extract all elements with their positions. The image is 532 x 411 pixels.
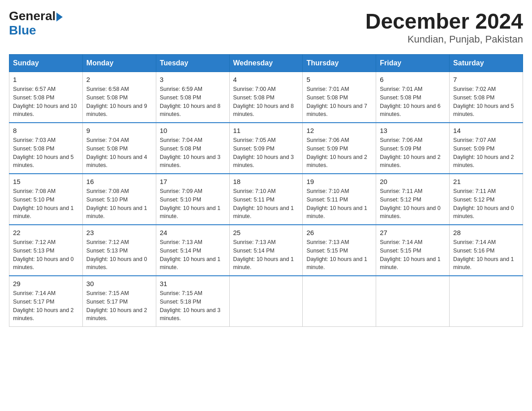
calendar-cell: 30 Sunrise: 7:15 AM Sunset: 5:17 PM Dayl…: [82, 276, 156, 327]
day-info: Sunrise: 7:14 AM Sunset: 5:17 PM Dayligh…: [13, 289, 79, 323]
day-info: Sunrise: 7:03 AM Sunset: 5:08 PM Dayligh…: [13, 136, 79, 170]
day-number: 23: [86, 229, 152, 236]
calendar-cell: 7 Sunrise: 7:02 AM Sunset: 5:08 PM Dayli…: [450, 72, 523, 123]
day-number: 3: [160, 76, 226, 83]
day-header-row: SundayMondayTuesdayWednesdayThursdayFrid…: [9, 55, 523, 72]
day-number: 13: [380, 127, 446, 134]
day-number: 2: [86, 76, 152, 83]
calendar-week-row: 15 Sunrise: 7:08 AM Sunset: 5:10 PM Dayl…: [9, 174, 523, 225]
day-number: 26: [306, 229, 372, 236]
day-number: 21: [453, 178, 519, 185]
logo-blue: Blue: [9, 23, 63, 38]
calendar-cell: 16 Sunrise: 7:08 AM Sunset: 5:10 PM Dayl…: [82, 174, 156, 225]
calendar-cell: 18 Sunrise: 7:10 AM Sunset: 5:11 PM Dayl…: [229, 174, 303, 225]
day-info: Sunrise: 7:12 AM Sunset: 5:13 PM Dayligh…: [86, 238, 152, 272]
day-number: 20: [380, 178, 446, 185]
calendar-cell: 17 Sunrise: 7:09 AM Sunset: 5:10 PM Dayl…: [156, 174, 229, 225]
calendar-cell: [376, 276, 450, 327]
day-number: 14: [453, 127, 519, 134]
day-info: Sunrise: 7:04 AM Sunset: 5:08 PM Dayligh…: [160, 136, 226, 170]
day-number: 12: [306, 127, 372, 134]
calendar-cell: 24 Sunrise: 7:13 AM Sunset: 5:14 PM Dayl…: [156, 225, 229, 276]
calendar-cell: 26 Sunrise: 7:13 AM Sunset: 5:15 PM Dayl…: [303, 225, 376, 276]
calendar-cell: 12 Sunrise: 7:06 AM Sunset: 5:09 PM Dayl…: [303, 123, 376, 174]
day-number: 10: [160, 127, 226, 134]
calendar-cell: 22 Sunrise: 7:12 AM Sunset: 5:13 PM Dayl…: [9, 225, 83, 276]
calendar-cell: 14 Sunrise: 7:07 AM Sunset: 5:09 PM Dayl…: [450, 123, 523, 174]
day-info: Sunrise: 6:58 AM Sunset: 5:08 PM Dayligh…: [86, 85, 152, 119]
calendar-cell: 21 Sunrise: 7:11 AM Sunset: 5:12 PM Dayl…: [450, 174, 523, 225]
day-info: Sunrise: 7:04 AM Sunset: 5:08 PM Dayligh…: [86, 136, 152, 170]
calendar-cell: 1 Sunrise: 6:57 AM Sunset: 5:08 PM Dayli…: [9, 72, 83, 123]
day-header-thursday: Thursday: [303, 55, 376, 72]
logo: General Blue: [9, 9, 63, 38]
day-info: Sunrise: 7:08 AM Sunset: 5:10 PM Dayligh…: [86, 187, 152, 221]
day-number: 24: [160, 229, 226, 236]
calendar-cell: 13 Sunrise: 7:06 AM Sunset: 5:09 PM Dayl…: [376, 123, 450, 174]
day-number: 6: [380, 76, 446, 83]
day-number: 11: [233, 127, 299, 134]
calendar-cell: 23 Sunrise: 7:12 AM Sunset: 5:13 PM Dayl…: [82, 225, 156, 276]
day-number: 18: [233, 178, 299, 185]
calendar-subtitle: Kundian, Punjab, Pakistan: [365, 34, 523, 45]
day-number: 17: [160, 178, 226, 185]
calendar-cell: 20 Sunrise: 7:11 AM Sunset: 5:12 PM Dayl…: [376, 174, 450, 225]
day-number: 29: [13, 280, 79, 287]
day-number: 4: [233, 76, 299, 83]
day-info: Sunrise: 7:10 AM Sunset: 5:11 PM Dayligh…: [233, 187, 299, 221]
day-info: Sunrise: 7:09 AM Sunset: 5:10 PM Dayligh…: [160, 187, 226, 221]
day-info: Sunrise: 7:14 AM Sunset: 5:16 PM Dayligh…: [453, 238, 519, 272]
calendar-title: December 2024: [365, 9, 523, 34]
day-info: Sunrise: 7:02 AM Sunset: 5:08 PM Dayligh…: [453, 85, 519, 119]
page-header: General Blue December 2024 Kundian, Punj…: [9, 9, 523, 45]
calendar-cell: 8 Sunrise: 7:03 AM Sunset: 5:08 PM Dayli…: [9, 123, 83, 174]
day-number: 9: [86, 127, 152, 134]
calendar-week-row: 8 Sunrise: 7:03 AM Sunset: 5:08 PM Dayli…: [9, 123, 523, 174]
logo-general: General: [9, 9, 56, 23]
day-number: 25: [233, 229, 299, 236]
calendar-cell: [450, 276, 523, 327]
logo-arrow-icon: [56, 13, 63, 21]
day-info: Sunrise: 7:13 AM Sunset: 5:14 PM Dayligh…: [160, 238, 226, 272]
day-info: Sunrise: 7:14 AM Sunset: 5:15 PM Dayligh…: [380, 238, 446, 272]
calendar-week-row: 22 Sunrise: 7:12 AM Sunset: 5:13 PM Dayl…: [9, 225, 523, 276]
day-number: 8: [13, 127, 79, 134]
day-info: Sunrise: 7:10 AM Sunset: 5:11 PM Dayligh…: [306, 187, 372, 221]
calendar-week-row: 1 Sunrise: 6:57 AM Sunset: 5:08 PM Dayli…: [9, 72, 523, 123]
day-number: 31: [160, 280, 226, 287]
day-header-monday: Monday: [82, 55, 156, 72]
calendar-cell: [229, 276, 303, 327]
day-number: 15: [13, 178, 79, 185]
calendar-cell: 2 Sunrise: 6:58 AM Sunset: 5:08 PM Dayli…: [82, 72, 156, 123]
day-number: 28: [453, 229, 519, 236]
calendar-cell: 31 Sunrise: 7:15 AM Sunset: 5:18 PM Dayl…: [156, 276, 229, 327]
day-info: Sunrise: 7:00 AM Sunset: 5:08 PM Dayligh…: [233, 85, 299, 119]
day-info: Sunrise: 7:01 AM Sunset: 5:08 PM Dayligh…: [380, 85, 446, 119]
day-info: Sunrise: 7:15 AM Sunset: 5:18 PM Dayligh…: [160, 289, 226, 323]
calendar-week-row: 29 Sunrise: 7:14 AM Sunset: 5:17 PM Dayl…: [9, 276, 523, 327]
day-info: Sunrise: 7:12 AM Sunset: 5:13 PM Dayligh…: [13, 238, 79, 272]
calendar-cell: 11 Sunrise: 7:05 AM Sunset: 5:09 PM Dayl…: [229, 123, 303, 174]
day-info: Sunrise: 7:06 AM Sunset: 5:09 PM Dayligh…: [380, 136, 446, 170]
day-info: Sunrise: 7:05 AM Sunset: 5:09 PM Dayligh…: [233, 136, 299, 170]
day-number: 1: [13, 76, 79, 83]
day-header-tuesday: Tuesday: [156, 55, 229, 72]
calendar-table: SundayMondayTuesdayWednesdayThursdayFrid…: [9, 54, 523, 327]
day-info: Sunrise: 6:57 AM Sunset: 5:08 PM Dayligh…: [13, 85, 79, 119]
day-header-saturday: Saturday: [450, 55, 523, 72]
day-number: 7: [453, 76, 519, 83]
calendar-cell: 3 Sunrise: 6:59 AM Sunset: 5:08 PM Dayli…: [156, 72, 229, 123]
day-info: Sunrise: 7:13 AM Sunset: 5:14 PM Dayligh…: [233, 238, 299, 272]
day-info: Sunrise: 7:06 AM Sunset: 5:09 PM Dayligh…: [306, 136, 372, 170]
day-info: Sunrise: 7:11 AM Sunset: 5:12 PM Dayligh…: [453, 187, 519, 221]
day-info: Sunrise: 6:59 AM Sunset: 5:08 PM Dayligh…: [160, 85, 226, 119]
calendar-cell: 19 Sunrise: 7:10 AM Sunset: 5:11 PM Dayl…: [303, 174, 376, 225]
day-info: Sunrise: 7:01 AM Sunset: 5:08 PM Dayligh…: [306, 85, 372, 119]
day-info: Sunrise: 7:15 AM Sunset: 5:17 PM Dayligh…: [86, 289, 152, 323]
calendar-cell: 27 Sunrise: 7:14 AM Sunset: 5:15 PM Dayl…: [376, 225, 450, 276]
calendar-cell: 25 Sunrise: 7:13 AM Sunset: 5:14 PM Dayl…: [229, 225, 303, 276]
day-header-wednesday: Wednesday: [229, 55, 303, 72]
calendar-cell: 28 Sunrise: 7:14 AM Sunset: 5:16 PM Dayl…: [450, 225, 523, 276]
title-section: December 2024 Kundian, Punjab, Pakistan: [365, 9, 523, 45]
calendar-cell: 5 Sunrise: 7:01 AM Sunset: 5:08 PM Dayli…: [303, 72, 376, 123]
